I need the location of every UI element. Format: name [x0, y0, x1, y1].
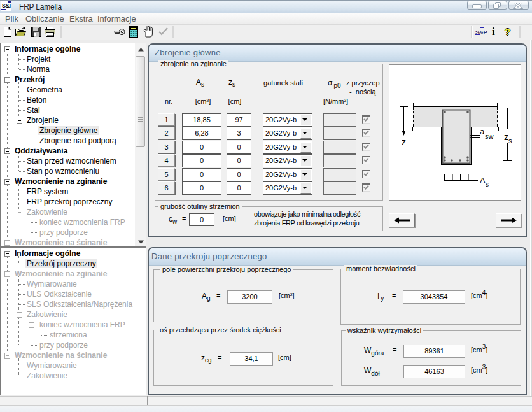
- svg-text:z: z: [504, 132, 508, 142]
- svg-text:A: A: [480, 176, 486, 185]
- svg-text:sw: sw: [485, 132, 494, 140]
- svg-text:s: s: [508, 137, 512, 145]
- svg-text:a: a: [480, 127, 485, 136]
- svg-text:s: s: [486, 181, 489, 188]
- svg-text:z: z: [402, 137, 406, 147]
